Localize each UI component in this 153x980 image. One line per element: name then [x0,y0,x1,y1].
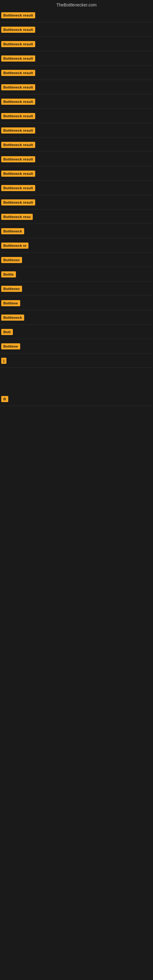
items-list: Bottleneck resultBottleneck resultBottle… [0,9,153,431]
bottleneck-badge[interactable]: B [1,396,8,402]
bottleneck-badge[interactable]: Bottleneck result [1,127,35,134]
bottleneck-badge[interactable]: Bottlenec [1,257,22,263]
list-item: Bottleneck result [0,181,153,195]
list-item: Bottleneck result [0,95,153,109]
bottleneck-badge[interactable]: Bottleneck [1,228,24,234]
list-item: Bottleneck result [0,9,153,22]
list-item: Bottleneck result [0,66,153,80]
bottleneck-badge[interactable]: Bottleneck result [1,170,35,177]
bottleneck-badge[interactable]: Bottleneck result [1,12,35,18]
list-item: B [0,392,153,406]
list-item: Bottleneck result [0,124,153,137]
bottleneck-badge[interactable]: Bottleneck [1,315,24,321]
list-item: Bottleneck result [0,52,153,65]
bottleneck-badge[interactable]: Bottleneck re [1,243,29,249]
list-item: Bottleneck resu [0,210,153,224]
list-item: Bottlene [0,340,153,353]
list-item: Bottleneck result [0,109,153,123]
bottleneck-badge[interactable]: Bottlene [1,300,20,306]
list-item: Bottleneck result [0,23,153,37]
bottleneck-badge[interactable]: Bottleneck result [1,113,35,119]
item-spacer [0,368,153,392]
bottleneck-badge[interactable]: Bottle [1,271,16,277]
list-item: Bottleneck result [0,153,153,166]
bottleneck-badge[interactable]: Bottlenec [1,286,22,292]
list-item: Bott [0,325,153,339]
list-item: Bottlenec [0,253,153,267]
list-item: Bottleneck [0,224,153,238]
bottleneck-badge[interactable]: Bottlene [1,343,20,350]
bottleneck-badge[interactable]: Bottleneck result [1,56,35,62]
list-item: Bottlenec [0,282,153,296]
list-item: Bottleneck result [0,196,153,210]
list-item: Bottle [0,268,153,282]
bottleneck-badge[interactable]: Bottleneck result [1,142,35,148]
list-item: Bottleneck [0,311,153,325]
bottleneck-badge[interactable]: Bottleneck result [1,185,35,191]
bottleneck-badge[interactable]: Bottleneck result [1,99,35,105]
list-item: Bottlene [0,296,153,310]
bottleneck-badge[interactable]: Bottleneck result [1,70,35,76]
list-item: Bottleneck result [0,37,153,51]
list-item: Bottleneck result [0,167,153,181]
list-item: | [0,354,153,368]
bottleneck-badge[interactable]: Bottleneck result [1,27,35,33]
bottleneck-badge[interactable]: Bottleneck resu [1,214,33,220]
bottleneck-badge[interactable]: Bottleneck result [1,199,35,205]
bottleneck-badge[interactable]: Bottleneck result [1,156,35,162]
bottleneck-badge[interactable]: Bott [1,329,13,335]
bottleneck-badge[interactable]: Bottleneck result [1,41,35,47]
list-item: Bottleneck result [0,138,153,152]
bottleneck-badge[interactable]: Bottleneck result [1,84,35,90]
list-item: Bottleneck re [0,239,153,253]
item-spacer [0,406,153,431]
site-header: TheBottlenecker.com [0,0,153,9]
bottleneck-badge[interactable]: | [1,358,6,364]
list-item: Bottleneck result [0,81,153,94]
